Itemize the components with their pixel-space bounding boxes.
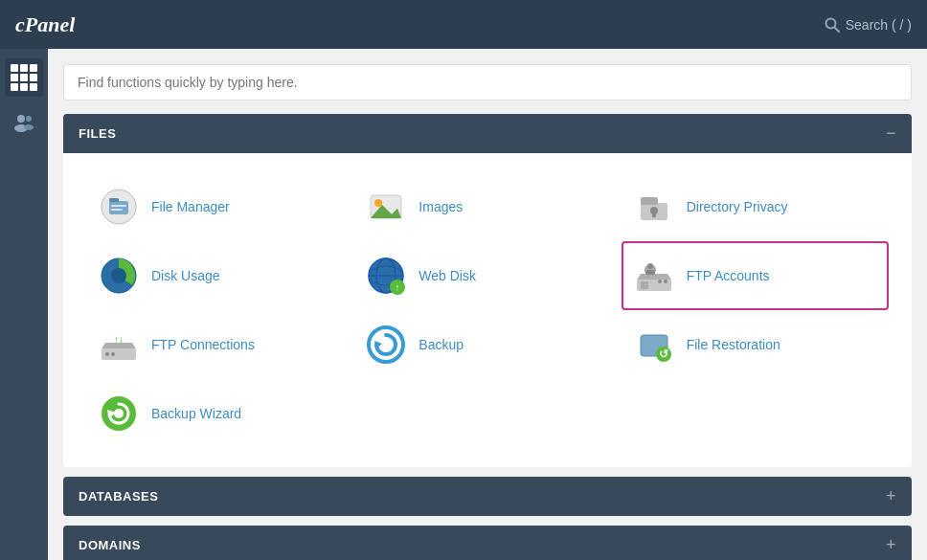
- sidebar-item-grid[interactable]: [5, 58, 43, 97]
- svg-point-40: [111, 352, 115, 356]
- backup-wizard-label: Backup Wizard: [151, 406, 241, 421]
- users-icon: [12, 112, 35, 140]
- ftp-accounts-label: FTP Accounts: [687, 268, 770, 283]
- logo: cPanel: [15, 12, 75, 37]
- svg-point-5: [24, 124, 34, 130]
- svg-point-4: [26, 116, 32, 122]
- disk-usage-label: Disk Usage: [151, 268, 220, 283]
- backup-icon: [363, 322, 409, 368]
- directory-privacy-icon: [631, 184, 677, 230]
- svg-point-50: [114, 409, 124, 418]
- svg-point-42: [369, 327, 403, 362]
- svg-point-32: [664, 280, 667, 283]
- toggle-icon-domains: +: [886, 535, 896, 555]
- main-content: FILES−File ManagerImagesDirectory Privac…: [48, 49, 927, 560]
- images-label: Images: [418, 199, 463, 214]
- svg-point-2: [17, 115, 25, 123]
- item-disk-usage[interactable]: Disk Usage: [86, 241, 353, 310]
- svg-point-31: [658, 280, 662, 283]
- svg-text:↑: ↑: [396, 282, 400, 293]
- section-body-files: File ManagerImagesDirectory PrivacyDisk …: [63, 153, 912, 467]
- grid-icon: [11, 64, 37, 91]
- directory-privacy-label: Directory Privacy: [687, 199, 788, 214]
- svg-rect-30: [641, 281, 648, 289]
- sidebar: [0, 49, 48, 560]
- svg-point-21: [111, 268, 126, 283]
- item-ftp-connections[interactable]: ↑↓FTP Connections: [86, 310, 353, 379]
- layout: FILES−File ManagerImagesDirectory Privac…: [0, 49, 927, 560]
- svg-rect-8: [109, 198, 119, 202]
- search-label: Search ( / ): [846, 17, 912, 33]
- svg-rect-9: [111, 205, 126, 207]
- web-disk-icon: ↑: [363, 253, 409, 299]
- item-web-disk[interactable]: ↑Web Disk: [353, 241, 621, 310]
- item-ftp-accounts[interactable]: FTP Accounts: [622, 241, 889, 310]
- item-backup-wizard[interactable]: Backup Wizard: [86, 379, 353, 448]
- header-search-button[interactable]: Search ( / ): [825, 17, 912, 33]
- toggle-icon-files: −: [886, 123, 896, 144]
- section-title-files: FILES: [79, 126, 116, 141]
- sections-container: FILES−File ManagerImagesDirectory Privac…: [63, 114, 912, 560]
- backup-label: Backup: [418, 337, 464, 352]
- search-icon: [825, 17, 840, 33]
- item-file-manager[interactable]: File Manager: [86, 172, 353, 241]
- svg-marker-33: [637, 274, 671, 280]
- svg-rect-10: [111, 209, 123, 211]
- header: cPanel Search ( / ): [0, 0, 927, 49]
- section-domains: DOMAINS+: [63, 526, 912, 560]
- ftp-connections-label: FTP Connections: [151, 337, 255, 352]
- svg-text:↺: ↺: [659, 347, 668, 361]
- sidebar-item-users[interactable]: [5, 106, 43, 145]
- web-disk-label: Web Disk: [418, 268, 476, 283]
- item-file-restoration[interactable]: ↺File Restoration: [622, 310, 889, 379]
- svg-rect-18: [652, 213, 656, 217]
- backup-wizard-icon: [96, 391, 142, 437]
- quick-search-input[interactable]: [63, 64, 912, 101]
- svg-point-35: [647, 263, 653, 269]
- section-header-databases[interactable]: DATABASES+: [63, 477, 912, 516]
- section-title-databases: DATABASES: [79, 489, 158, 504]
- item-images[interactable]: Images: [353, 172, 621, 241]
- items-grid-files: File ManagerImagesDirectory PrivacyDisk …: [86, 172, 889, 448]
- svg-text:↑↓: ↑↓: [114, 334, 124, 345]
- item-directory-privacy[interactable]: Directory Privacy: [622, 172, 889, 241]
- file-restoration-label: File Restoration: [687, 337, 780, 352]
- section-title-domains: DOMAINS: [79, 538, 141, 552]
- ftp-connections-icon: ↑↓: [96, 322, 142, 368]
- item-backup[interactable]: Backup: [353, 310, 621, 379]
- file-restoration-icon: ↺: [631, 322, 677, 368]
- section-databases: DATABASES+: [63, 477, 912, 516]
- svg-rect-7: [109, 201, 128, 214]
- svg-rect-16: [641, 197, 658, 205]
- section-files: FILES−File ManagerImagesDirectory Privac…: [63, 114, 912, 467]
- disk-usage-icon: [96, 253, 142, 299]
- section-header-files[interactable]: FILES−: [63, 114, 912, 153]
- toggle-icon-databases: +: [886, 486, 896, 506]
- ftp-accounts-icon: [631, 253, 677, 299]
- images-icon: [363, 184, 409, 230]
- svg-rect-36: [645, 270, 655, 275]
- section-header-domains[interactable]: DOMAINS+: [63, 526, 912, 560]
- svg-point-39: [105, 352, 109, 356]
- file-manager-label: File Manager: [151, 199, 230, 214]
- svg-line-1: [834, 27, 839, 32]
- file-manager-icon: [96, 184, 142, 230]
- svg-point-12: [374, 199, 382, 207]
